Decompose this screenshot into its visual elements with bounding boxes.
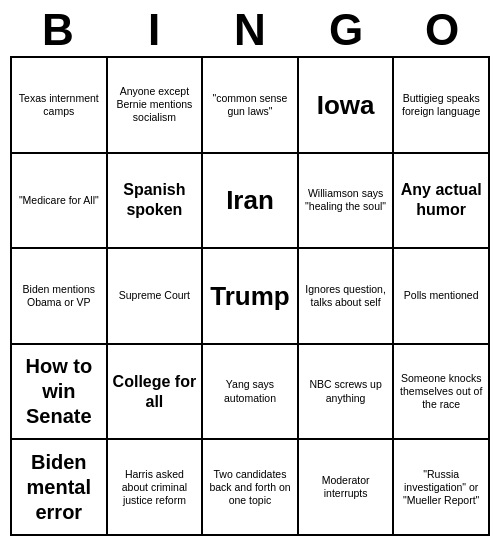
bingo-cell: Two candidates back and forth on one top… — [202, 439, 298, 535]
bingo-cell: Williamson says "healing the soul" — [298, 153, 394, 249]
header-letter: B — [14, 8, 102, 52]
bingo-cell: NBC screws up anything — [298, 344, 394, 440]
bingo-cell: Polls mentioned — [393, 248, 489, 344]
bingo-cell: Yang says automation — [202, 344, 298, 440]
bingo-cell: Iran — [202, 153, 298, 249]
bingo-cell: Iowa — [298, 57, 394, 153]
bingo-cell: "Russia investigation" or "Mueller Repor… — [393, 439, 489, 535]
header-letter: O — [398, 8, 486, 52]
bingo-cell: Ignores question, talks about self — [298, 248, 394, 344]
header-letter: G — [302, 8, 390, 52]
bingo-cell: Harris asked about criminal justice refo… — [107, 439, 203, 535]
bingo-header: BINGO — [10, 8, 490, 52]
bingo-cell: Trump — [202, 248, 298, 344]
header-letter: N — [206, 8, 294, 52]
bingo-cell: Anyone except Bernie mentions socialism — [107, 57, 203, 153]
bingo-cell: Supreme Court — [107, 248, 203, 344]
bingo-cell: "common sense gun laws" — [202, 57, 298, 153]
bingo-cell: Moderator interrupts — [298, 439, 394, 535]
bingo-grid: Texas internment campsAnyone except Bern… — [10, 56, 490, 536]
bingo-cell: Spanish spoken — [107, 153, 203, 249]
bingo-cell: "Medicare for All" — [11, 153, 107, 249]
bingo-cell: How to win Senate — [11, 344, 107, 440]
bingo-cell: Biden mental error — [11, 439, 107, 535]
bingo-cell: Any actual humor — [393, 153, 489, 249]
bingo-cell: Texas internment camps — [11, 57, 107, 153]
header-letter: I — [110, 8, 198, 52]
bingo-cell: Biden mentions Obama or VP — [11, 248, 107, 344]
bingo-cell: College for all — [107, 344, 203, 440]
bingo-cell: Buttigieg speaks foreign language — [393, 57, 489, 153]
bingo-cell: Someone knocks themselves out of the rac… — [393, 344, 489, 440]
